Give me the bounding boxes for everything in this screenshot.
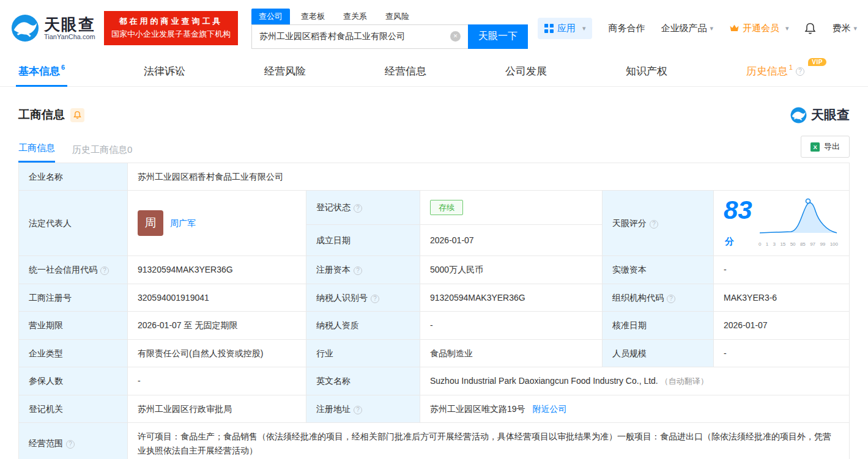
search-tab-relation[interactable]: 查关系 bbox=[336, 9, 374, 24]
search-tab-risk[interactable]: 查风险 bbox=[378, 9, 417, 24]
score-value: 83分 bbox=[724, 197, 757, 249]
help-icon[interactable] bbox=[371, 295, 379, 303]
company-name-value: 苏州工业园区稻香村食品工业有限公司 bbox=[128, 163, 850, 191]
svg-text:X: X bbox=[813, 144, 817, 150]
help-icon[interactable] bbox=[100, 266, 109, 275]
staff-size-value: - bbox=[714, 339, 850, 367]
tab-company-development[interactable]: 公司发展 bbox=[505, 56, 547, 87]
user-name: 费米 bbox=[832, 23, 850, 34]
logo-text: 天眼查 TianYanCha.com bbox=[44, 16, 95, 41]
export-button[interactable]: X 导出 bbox=[801, 136, 850, 158]
score-chart: 0131550859799100 bbox=[757, 198, 839, 248]
auto-translate-note: （自动翻译） bbox=[661, 376, 708, 386]
search-tabs: 查公司 查老板 查关系 查风险 bbox=[251, 8, 528, 24]
table-row: 统一社会信用代码 91320594MAK3YER36G 注册资本 5000万人民… bbox=[19, 256, 850, 284]
help-icon[interactable] bbox=[66, 440, 75, 449]
tab-intellectual-property[interactable]: 知识产权 bbox=[626, 56, 667, 87]
search-button[interactable]: 天眼一下 bbox=[468, 24, 528, 49]
clear-icon[interactable] bbox=[450, 31, 461, 42]
notification-bell[interactable] bbox=[804, 22, 816, 35]
section-title: 工商信息 bbox=[18, 107, 65, 123]
address-value: 苏州工业园区唯文路19号附近公司 bbox=[420, 395, 850, 422]
taxpayer-id-label: 纳税人识别号 bbox=[306, 284, 420, 311]
insured-count-label: 参保人数 bbox=[19, 367, 128, 395]
search-tab-company[interactable]: 查公司 bbox=[251, 9, 290, 24]
company-nav: 基本信息6 法律诉讼 经营风险 经营信息 公司发展 知识产权 历史信息1 VIP bbox=[0, 56, 868, 87]
tab-count: 6 bbox=[61, 64, 65, 71]
paidin-capital-label: 实缴资本 bbox=[603, 256, 714, 284]
avatar[interactable]: 周 bbox=[138, 210, 163, 236]
reg-status-label: 登记状态 bbox=[306, 191, 420, 224]
taxpayer-id-value: 91320594MAK3YER36G bbox=[420, 284, 603, 311]
help-icon[interactable] bbox=[354, 406, 362, 414]
industry-value: 食品制造业 bbox=[420, 339, 603, 367]
bell-icon bbox=[804, 22, 816, 35]
help-icon[interactable] bbox=[796, 67, 804, 76]
tab-label: 知识产权 bbox=[626, 64, 667, 78]
tab-label: 法律诉讼 bbox=[144, 64, 185, 78]
score-cell: 83分 0131550859799100 bbox=[714, 191, 850, 256]
subtab-row: 工商信息 历史工商信息0 X 导出 bbox=[18, 136, 850, 163]
top-menu: 应用 商务合作 企业级产品 开通会员 费米 bbox=[538, 18, 857, 39]
user-menu[interactable]: 费米 bbox=[832, 23, 857, 34]
subtab-business-info[interactable]: 工商信息 bbox=[18, 142, 55, 163]
business-info-table: 企业名称 苏州工业园区稻香村食品工业有限公司 法定代表人 周 周广军 登记状态 … bbox=[18, 163, 850, 459]
legal-rep-link[interactable]: 周广军 bbox=[170, 216, 196, 230]
search-input[interactable] bbox=[252, 25, 468, 48]
tab-label: 基本信息 bbox=[18, 64, 60, 78]
tianyancha-logo-icon bbox=[790, 107, 807, 123]
paidin-capital-value: - bbox=[714, 256, 850, 284]
subscribe-bell-badge[interactable] bbox=[70, 108, 84, 122]
tab-label: 经营风险 bbox=[264, 64, 306, 78]
org-code-label: 组织机构代码 bbox=[603, 284, 714, 311]
tab-operating-info[interactable]: 经营信息 bbox=[385, 56, 426, 87]
vip-badge: VIP bbox=[808, 58, 826, 66]
table-row: 参保人数 - 英文名称 Suzhou Industrial Park Daoxi… bbox=[19, 367, 850, 395]
approval-date-label: 核准日期 bbox=[603, 312, 714, 339]
section-header: 工商信息 天眼查 bbox=[18, 106, 850, 123]
search-bar: 天眼一下 bbox=[251, 24, 528, 49]
menu-open-vip[interactable]: 开通会员 bbox=[729, 23, 789, 34]
menu-business-cooperation[interactable]: 商务合作 bbox=[608, 23, 645, 34]
subtab-history-business-info[interactable]: 历史工商信息0 bbox=[72, 144, 132, 163]
apps-menu[interactable]: 应用 bbox=[538, 18, 593, 39]
status-badge: 存续 bbox=[430, 200, 463, 216]
org-code-value: MAK3YER3-6 bbox=[714, 284, 850, 311]
help-icon[interactable] bbox=[354, 266, 362, 275]
help-icon[interactable] bbox=[354, 204, 362, 213]
search-input-wrap bbox=[251, 24, 468, 49]
brand-name: 天眼查 bbox=[811, 106, 850, 123]
slogan-line1: 都在用的商业查询工具 bbox=[111, 15, 231, 28]
established-label: 成立日期 bbox=[306, 224, 420, 256]
legal-rep-cell: 周 周广军 bbox=[128, 191, 306, 256]
menu-enterprise-products[interactable]: 企业级产品 bbox=[661, 23, 713, 34]
tab-basic-info[interactable]: 基本信息6 bbox=[18, 56, 65, 87]
tab-legal-proceedings[interactable]: 法律诉讼 bbox=[144, 56, 185, 87]
reg-capital-label: 注册资本 bbox=[306, 256, 420, 284]
brand-watermark: 天眼查 bbox=[790, 106, 850, 123]
main-content: 工商信息 天眼查 工商信息 历史工商信息0 X 导出 bbox=[0, 106, 868, 459]
reg-authority-value: 苏州工业园区行政审批局 bbox=[128, 395, 306, 422]
credit-code-label: 统一社会信用代码 bbox=[19, 256, 128, 284]
english-name-label: 英文名称 bbox=[306, 367, 420, 395]
score-curve-icon bbox=[757, 198, 839, 236]
bell-icon bbox=[73, 111, 81, 119]
help-icon[interactable] bbox=[667, 295, 675, 303]
tab-operating-risk[interactable]: 经营风险 bbox=[264, 56, 306, 87]
table-row: 企业类型 有限责任公司(自然人投资或控股) 行业 食品制造业 人员规模 - bbox=[19, 339, 850, 367]
staff-size-label: 人员规模 bbox=[603, 339, 714, 367]
score-label: 天眼评分 bbox=[603, 191, 714, 256]
tab-count: 1 bbox=[789, 64, 793, 71]
slogan-banner: 都在用的商业查询工具 国家中小企业发展子基金旗下机构 bbox=[104, 11, 238, 45]
search-tab-boss[interactable]: 查老板 bbox=[294, 9, 332, 24]
vip-label: 开通会员 bbox=[743, 23, 779, 34]
business-scope-value: 许可项目：食品生产；食品销售（依法须经批准的项目，经相关部门批准后方可开展经营活… bbox=[128, 423, 850, 459]
company-name-label: 企业名称 bbox=[19, 163, 128, 191]
tianyancha-logo[interactable]: 天眼查 TianYanCha.com bbox=[11, 14, 95, 42]
help-icon[interactable] bbox=[650, 220, 658, 229]
tab-history-info[interactable]: 历史信息1 VIP bbox=[746, 56, 817, 87]
tab-label: 经营信息 bbox=[385, 64, 426, 78]
top-header: 天眼查 TianYanCha.com 都在用的商业查询工具 国家中小企业发展子基… bbox=[0, 0, 868, 56]
nearby-companies-link[interactable]: 附近公司 bbox=[533, 404, 567, 414]
slogan-line2: 国家中小企业发展子基金旗下机构 bbox=[111, 28, 231, 41]
